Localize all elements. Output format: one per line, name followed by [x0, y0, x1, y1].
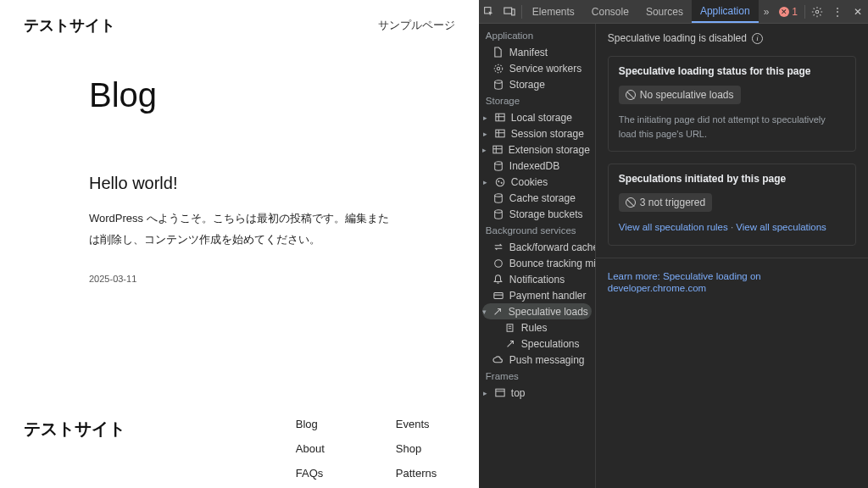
sidebar-item-cache-storage[interactable]: Cache storage — [479, 190, 595, 206]
footer-link-faqs[interactable]: FAQs — [296, 467, 355, 480]
section-application: Application — [479, 27, 595, 44]
sidebar-item-payment-handler[interactable]: Payment handler — [479, 287, 595, 303]
learn-more-link[interactable]: Learn more: Speculative loading on devel… — [608, 271, 761, 293]
status-pill[interactable]: 3 not triggered — [619, 193, 712, 212]
sidebar-item-storage-buckets[interactable]: Storage buckets — [479, 206, 595, 222]
nav-link[interactable]: サンプルページ — [378, 18, 455, 33]
sidebar-item-session-storage[interactable]: ▸Session storage — [479, 125, 595, 141]
tab-application[interactable]: Application — [692, 0, 759, 23]
cookie-icon — [494, 176, 506, 188]
site-footer: テストサイト Blog About FAQs Events Shop Patte… — [0, 401, 479, 488]
site-title[interactable]: テストサイト — [24, 15, 115, 36]
card-icon — [492, 290, 504, 302]
device-icon[interactable] — [499, 0, 520, 23]
footer-title[interactable]: テストサイト — [24, 418, 296, 480]
kebab-icon[interactable]: ⋮ — [827, 0, 848, 23]
database-icon — [492, 160, 504, 172]
application-sidebar: Application Manifest Service workers Sto… — [479, 24, 596, 488]
sidebar-item-extension-storage[interactable]: ▸Extension storage — [479, 141, 595, 158]
svg-rect-17 — [494, 292, 503, 298]
svg-point-6 — [495, 80, 503, 82]
inspect-icon[interactable] — [479, 0, 499, 23]
divider — [596, 258, 868, 258]
footer-link-shop[interactable]: Shop — [396, 442, 455, 455]
tabs-overflow-icon[interactable]: » — [759, 6, 775, 18]
svg-rect-2 — [511, 9, 515, 15]
post-date: 2025-03-11 — [89, 274, 390, 284]
svg-rect-8 — [496, 130, 504, 137]
status-pill[interactable]: No speculative loads — [619, 86, 741, 104]
sidebar-item-top-frame[interactable]: ▸top — [479, 385, 595, 401]
sidebar-item-speculative-loads[interactable]: ▾Speculative loads — [482, 303, 592, 319]
website-pane: テストサイト サンプルページ Blog Hello world! WordPre… — [0, 0, 479, 488]
sidebar-item-service-workers[interactable]: Service workers — [479, 60, 595, 76]
gear-icon[interactable] — [807, 0, 827, 23]
devtools-tabbar: Elements Console Sources Application » ✕… — [479, 0, 868, 24]
block-links: View all speculation rules · View all sp… — [619, 220, 845, 235]
sidebar-item-cookies[interactable]: ▸Cookies — [479, 174, 595, 190]
database-icon — [492, 79, 504, 91]
footer-link-about[interactable]: About — [296, 442, 355, 455]
error-counter[interactable]: ✕1 — [774, 6, 803, 18]
application-main: Speculative loading is disabled i Specul… — [596, 24, 868, 488]
svg-point-12 — [498, 180, 498, 181]
sidebar-item-bounce-tracking[interactable]: Bounce tracking mitigati... — [479, 255, 595, 271]
footer-link-events[interactable]: Events — [396, 418, 455, 430]
footer-link-patterns[interactable]: Patterns — [396, 467, 455, 480]
sidebar-item-push-messaging[interactable]: Push messaging — [479, 352, 595, 368]
close-icon[interactable]: ✕ — [848, 0, 868, 23]
svg-rect-9 — [493, 146, 502, 153]
grid-icon — [494, 128, 506, 140]
sidebar-item-speculations[interactable]: Speculations — [479, 336, 595, 352]
link-view-speculations[interactable]: View all speculations — [736, 222, 826, 232]
database-icon — [492, 192, 504, 204]
chevron-down-icon: ▾ — [482, 308, 487, 316]
tab-elements[interactable]: Elements — [524, 0, 583, 23]
footer-link-blog[interactable]: Blog — [296, 418, 355, 430]
section-storage: Storage — [479, 92, 595, 109]
bell-icon — [492, 274, 504, 286]
file-icon — [492, 47, 504, 58]
ban-icon — [626, 90, 636, 100]
speculations-block: Speculations initiated by this page 3 no… — [608, 164, 856, 246]
speculative-icon — [492, 306, 504, 318]
devtools-pane: Elements Console Sources Application » ✕… — [479, 0, 868, 488]
svg-point-16 — [495, 259, 503, 267]
tab-console[interactable]: Console — [583, 0, 637, 23]
svg-point-3 — [815, 10, 819, 14]
svg-point-11 — [496, 178, 504, 186]
tab-sources[interactable]: Sources — [637, 0, 692, 23]
svg-point-13 — [501, 182, 502, 183]
sidebar-item-manifest[interactable]: Manifest — [479, 44, 595, 60]
block-text: The initiating page did not attempt to s… — [619, 113, 845, 141]
rules-icon — [504, 322, 516, 334]
block-title: Speculative loading status for this page — [619, 65, 845, 77]
sidebar-item-bfcache[interactable]: Back/forward cache — [479, 239, 595, 255]
arrows-icon — [492, 241, 504, 253]
sidebar-item-local-storage[interactable]: ▸Local storage — [479, 109, 595, 125]
post-title[interactable]: Hello world! — [89, 174, 390, 193]
sidebar-item-notifications[interactable]: Notifications — [479, 271, 595, 287]
section-frames: Frames — [479, 368, 595, 385]
svg-point-14 — [495, 193, 503, 196]
cloud-icon — [492, 354, 504, 366]
bounce-icon — [492, 258, 504, 269]
grid-icon — [494, 112, 506, 124]
speculative-icon — [504, 338, 516, 350]
svg-point-15 — [495, 209, 503, 212]
link-view-rules[interactable]: View all speculation rules — [619, 222, 728, 232]
svg-rect-1 — [504, 8, 512, 14]
sidebar-item-rules[interactable]: Rules — [479, 319, 595, 336]
svg-point-10 — [495, 161, 503, 164]
post-body: WordPress へようこそ。こちらは最初の投稿です。編集または削除し、コンテ… — [89, 208, 390, 250]
svg-point-5 — [494, 64, 502, 72]
sidebar-item-indexeddb[interactable]: IndexedDB — [479, 158, 595, 174]
status-block: Speculative loading status for this page… — [608, 56, 856, 152]
page-heading: Blog — [89, 76, 390, 114]
status-row: Speculative loading is disabled i — [608, 32, 856, 44]
footer-nav: Blog About FAQs Events Shop Patterns — [296, 418, 455, 480]
sidebar-item-storage[interactable]: Storage — [479, 76, 595, 92]
section-bg-services: Background services — [479, 222, 595, 239]
info-icon[interactable]: i — [752, 33, 763, 44]
ban-icon — [626, 197, 636, 208]
